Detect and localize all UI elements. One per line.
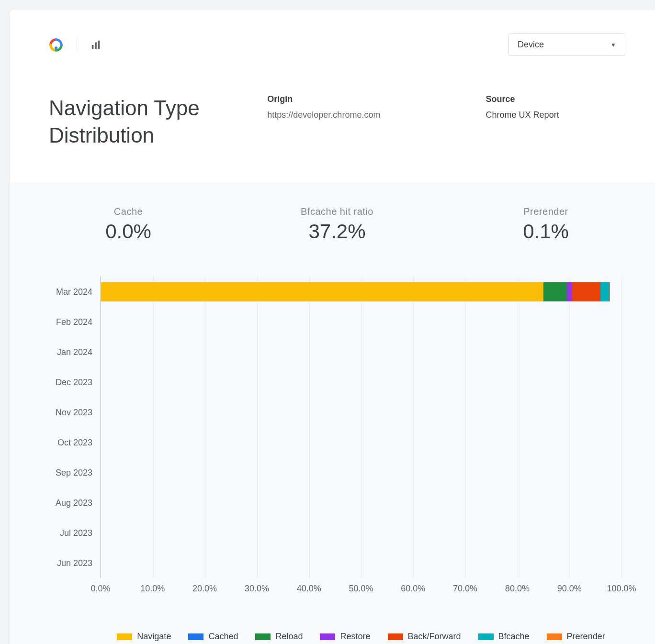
- svg-rect-1: [92, 45, 94, 49]
- bar-row: [101, 523, 621, 543]
- svg-rect-3: [98, 40, 100, 48]
- x-axis-tick: 0.0%: [90, 584, 110, 594]
- legend-item: Restore: [320, 632, 370, 642]
- legend-item: Reload: [255, 632, 303, 642]
- stat-bfcache-value: 37.2%: [233, 220, 441, 243]
- y-axis-label: Jan 2024: [57, 347, 92, 357]
- bar-segment: [610, 282, 610, 301]
- x-axis-tick: 100.0%: [607, 584, 636, 594]
- x-axis-tick: 80.0%: [505, 584, 530, 594]
- bar-row: [101, 403, 621, 422]
- y-axis-label: Feb 2024: [56, 317, 92, 327]
- page-title: Navigation Type Distribution: [49, 94, 248, 149]
- bar-segment: [600, 282, 609, 301]
- top-bar-left: [49, 38, 101, 52]
- x-axis: 0.0%10.0%20.0%30.0%40.0%50.0%60.0%70.0%8…: [101, 584, 621, 603]
- legend-swatch: [188, 633, 203, 640]
- svg-point-0: [55, 46, 57, 49]
- legend-label: Navigate: [137, 632, 171, 642]
- legend-swatch: [255, 633, 271, 640]
- crux-logo-icon: [49, 38, 63, 52]
- gridline: [621, 277, 622, 578]
- y-axis-label: Jun 2023: [57, 558, 92, 568]
- legend-item: Bfcache: [478, 632, 530, 642]
- chart-area: Mar 2024Feb 2024Jan 2024Dec 2023Nov 2023…: [24, 277, 650, 642]
- legend-label: Bfcache: [498, 632, 530, 642]
- legend-item: Back/Forward: [388, 632, 461, 642]
- x-axis-tick: 50.0%: [349, 584, 373, 594]
- svg-rect-2: [95, 42, 97, 49]
- legend-swatch: [320, 633, 335, 640]
- bar-row: [101, 343, 621, 362]
- x-axis-tick: 60.0%: [401, 584, 425, 594]
- legend: NavigateCachedReloadRestoreBack/ForwardB…: [101, 632, 621, 642]
- vertical-divider: [77, 38, 77, 52]
- y-axis-label: Aug 2023: [56, 498, 92, 508]
- origin-label: Origin: [267, 94, 466, 104]
- bar-segment: [567, 282, 572, 301]
- stat-bfcache: Bfcache hit ratio 37.2%: [233, 206, 441, 243]
- bar-row: [101, 312, 621, 332]
- bar-row: [101, 554, 621, 573]
- y-axis-label: Nov 2023: [56, 407, 92, 417]
- chevron-down-icon: ▼: [610, 42, 616, 48]
- bar-row: [101, 433, 621, 452]
- legend-label: Prerender: [567, 632, 605, 642]
- bar-row: [101, 463, 621, 482]
- bar-segment: [543, 282, 567, 301]
- header-section: Device ▼ Navigation Type Distribution Or…: [10, 10, 655, 182]
- bar-row: [101, 282, 621, 301]
- header-grid: Navigation Type Distribution Origin http…: [49, 94, 625, 149]
- stat-cache-value: 0.0%: [24, 220, 233, 243]
- legend-swatch: [478, 633, 494, 640]
- y-axis-label: Sep 2023: [56, 467, 92, 477]
- legend-item: Cached: [188, 632, 238, 642]
- legend-label: Back/Forward: [408, 632, 461, 642]
- bar-row: [101, 373, 621, 392]
- x-axis-tick: 70.0%: [453, 584, 477, 594]
- source-label: Source: [486, 94, 625, 104]
- legend-label: Cached: [208, 632, 238, 642]
- y-axis-label: Jul 2023: [60, 528, 92, 538]
- x-axis-tick: 40.0%: [297, 584, 321, 594]
- bar-segment: [101, 282, 543, 301]
- bar-row: [101, 493, 621, 512]
- bar-segment: [572, 282, 601, 301]
- x-axis-tick: 90.0%: [557, 584, 582, 594]
- device-select[interactable]: Device ▼: [508, 33, 625, 56]
- x-axis-tick: 30.0%: [245, 584, 269, 594]
- x-axis-tick: 20.0%: [192, 584, 217, 594]
- top-bar: Device ▼: [49, 33, 625, 56]
- bar-chart-icon: [90, 40, 101, 50]
- y-axis-label: Oct 2023: [57, 437, 92, 447]
- legend-swatch: [388, 633, 403, 640]
- legend-item: Prerender: [547, 632, 605, 642]
- stats-row: Cache 0.0% Bfcache hit ratio 37.2% Prere…: [24, 206, 650, 243]
- origin-block: Origin https://developer.chrome.com: [267, 94, 466, 120]
- y-axis-label: Dec 2023: [56, 377, 92, 387]
- chart-plot: Mar 2024Feb 2024Jan 2024Dec 2023Nov 2023…: [101, 277, 621, 578]
- source-value: Chrome UX Report: [486, 110, 625, 120]
- legend-swatch: [547, 633, 562, 640]
- y-axis-label: Mar 2024: [56, 287, 92, 297]
- origin-value: https://developer.chrome.com: [267, 110, 466, 120]
- stat-bfcache-label: Bfcache hit ratio: [233, 206, 441, 217]
- stat-prerender: Prerender 0.1%: [441, 206, 650, 243]
- legend-item: Navigate: [117, 632, 171, 642]
- stat-cache-label: Cache: [24, 206, 233, 217]
- legend-swatch: [117, 633, 132, 640]
- stat-cache: Cache 0.0%: [24, 206, 233, 243]
- device-select-label: Device: [518, 40, 544, 50]
- stat-prerender-label: Prerender: [441, 206, 650, 217]
- source-block: Source Chrome UX Report: [486, 94, 625, 120]
- stat-prerender-value: 0.1%: [441, 220, 650, 243]
- legend-label: Reload: [275, 632, 303, 642]
- legend-label: Restore: [340, 632, 370, 642]
- report-card: Device ▼ Navigation Type Distribution Or…: [10, 10, 655, 644]
- x-axis-tick: 10.0%: [140, 584, 165, 594]
- chart-section: Cache 0.0% Bfcache hit ratio 37.2% Prere…: [10, 182, 655, 644]
